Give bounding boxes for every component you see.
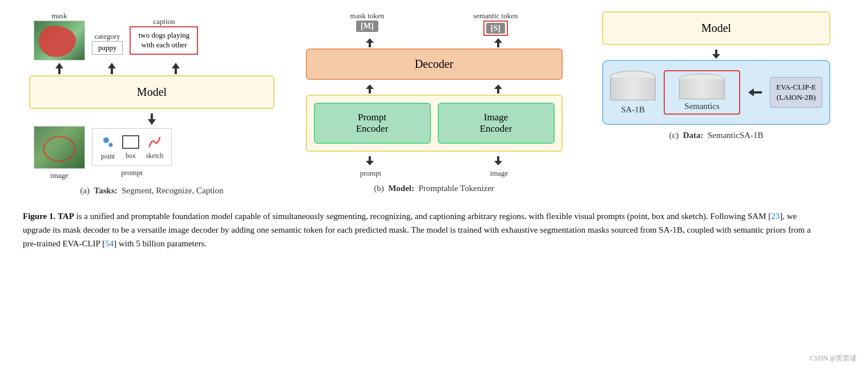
decoder-box: Decoder xyxy=(306,48,563,80)
mask-token: mask token [M] xyxy=(350,11,385,36)
panel-c-bold: Data: xyxy=(683,131,704,140)
box-prompt: box xyxy=(121,134,140,160)
sa1b-cylinder xyxy=(610,71,656,100)
svg-point-4 xyxy=(44,137,75,161)
svg-point-5 xyxy=(103,137,109,143)
arrow-up-mask-token xyxy=(366,38,374,47)
panel-c-title: (c) xyxy=(669,131,679,140)
svg-marker-13 xyxy=(494,156,502,165)
arrow-up-semantic-token xyxy=(494,38,502,47)
panel-c-subtitle: SemanticSA-1B xyxy=(708,131,764,140)
semantic-token: semantic token [S] xyxy=(473,11,518,36)
panel-a-subtitle: Segment, Recognize, Caption xyxy=(122,186,223,195)
sa1b-label: SA-1B xyxy=(621,105,645,115)
image-encoder-box: Image Encoder xyxy=(438,103,555,144)
panel-a-caption: (a) Tasks: Segment, Recognize, Caption xyxy=(80,186,223,196)
point-prompt: point xyxy=(99,133,116,161)
arrow-up-caption xyxy=(172,63,180,74)
caption-label: caption xyxy=(153,17,175,26)
caption-box: two dogs playing with each other xyxy=(130,26,198,55)
panel-a-bold: Tasks: xyxy=(94,186,118,195)
svg-marker-12 xyxy=(366,156,374,165)
arrow-down-c-model xyxy=(712,50,720,59)
svg-marker-10 xyxy=(366,84,374,94)
arrow-into-semantics xyxy=(748,88,762,96)
encoders-row: Prompt Encoder Image Encoder xyxy=(306,95,563,152)
sketch-prompt: sketch xyxy=(145,134,164,160)
mask-token-label: mask token xyxy=(350,11,385,21)
mask-image xyxy=(34,21,85,60)
semantic-token-label: semantic token xyxy=(473,11,518,21)
arrow-up-decoder-right xyxy=(494,84,502,94)
panel-a: mask category puppy caption xyxy=(23,11,281,196)
arrow-up-decoder-left xyxy=(366,84,374,94)
model-label-a: Model xyxy=(137,86,167,98)
panel-b-subtitle: Promptable Tokenizer xyxy=(418,184,494,193)
point-label: point xyxy=(101,152,115,161)
category-box: puppy xyxy=(92,41,123,55)
panel-a-title: (a) xyxy=(80,186,90,195)
svg-marker-3 xyxy=(148,113,156,125)
arrow-down-model xyxy=(148,113,156,125)
semantics-label: Semantics xyxy=(684,102,720,111)
svg-marker-1 xyxy=(108,63,116,74)
b-image-label: image xyxy=(490,169,508,178)
arrow-down-prompt xyxy=(366,156,374,165)
prompt-icons-box: point box xyxy=(92,128,172,166)
figure-text-3: ] with 5 billion parameters. xyxy=(114,239,207,248)
image-label: image xyxy=(50,171,68,180)
red-blob xyxy=(39,26,76,57)
svg-marker-15 xyxy=(748,88,762,96)
main-container: mask category puppy caption xyxy=(23,11,845,250)
figure-text: Figure 1. TAP is a unified and promptabl… xyxy=(23,209,822,250)
category-value: puppy xyxy=(98,43,117,52)
semantics-cylinder-body xyxy=(679,79,725,99)
point-icon xyxy=(99,133,116,151)
arrow-up-mask xyxy=(55,63,63,74)
panel-b-caption: (b) Model: Promptable Tokenizer xyxy=(374,184,494,193)
arrow-up-category xyxy=(108,63,116,74)
svg-marker-11 xyxy=(494,84,502,94)
model-box-c: Model xyxy=(602,11,830,45)
eva-clip-label: EVA-CLIP-E (LAION-2B) xyxy=(776,83,816,102)
figure-tap: TAP xyxy=(58,212,74,221)
prompt-encoder-box: Prompt Encoder xyxy=(314,103,431,144)
eva-clip-box: EVA-CLIP-E (LAION-2B) xyxy=(770,77,822,108)
diagrams-row: mask category puppy caption xyxy=(23,11,845,196)
sketch-label: sketch xyxy=(146,152,164,160)
svg-marker-2 xyxy=(172,63,180,74)
semantics-box: Semantics xyxy=(664,70,740,115)
box-icon xyxy=(121,134,140,150)
caption-output: caption two dogs playing with each other xyxy=(130,17,198,55)
svg-point-6 xyxy=(108,143,112,147)
figure-text-1: is a unified and promptable foundation m… xyxy=(74,212,771,221)
prompt-label: prompt xyxy=(121,168,143,177)
sketch-icon xyxy=(145,134,164,150)
svg-marker-8 xyxy=(366,38,374,47)
mask-output: mask xyxy=(34,11,85,60)
decoder-label: Decoder xyxy=(415,58,454,70)
sa1b-box: SA-1B xyxy=(610,71,656,115)
b-prompt-label: prompt xyxy=(360,169,382,178)
semantic-token-wrapper: [S] xyxy=(483,21,508,36)
input-image-overlay xyxy=(34,127,84,168)
box-label: box xyxy=(126,152,136,160)
mask-label: mask xyxy=(51,11,67,21)
figure-cite2: 54 xyxy=(105,239,114,248)
left-arrow-icon xyxy=(748,88,762,96)
svg-marker-9 xyxy=(494,38,502,47)
panel-b-title: (b) xyxy=(374,184,384,193)
semantics-cylinder xyxy=(679,74,725,99)
category-label: category xyxy=(95,32,120,41)
svg-marker-0 xyxy=(55,63,63,74)
prompt-input: point box xyxy=(92,128,172,177)
input-image xyxy=(34,126,85,169)
image-input: image xyxy=(34,126,85,180)
model-label-c: Model xyxy=(701,22,731,34)
semantic-token-badge: [S] xyxy=(486,23,505,34)
figure-number: Figure 1. xyxy=(23,212,55,221)
panel-c-caption: (c) Data: SemanticSA-1B xyxy=(669,131,764,140)
category-output: category puppy xyxy=(92,32,123,55)
c-data-area: SA-1B Semantics xyxy=(602,60,830,125)
image-encoder-label: Image Encoder xyxy=(480,112,512,134)
